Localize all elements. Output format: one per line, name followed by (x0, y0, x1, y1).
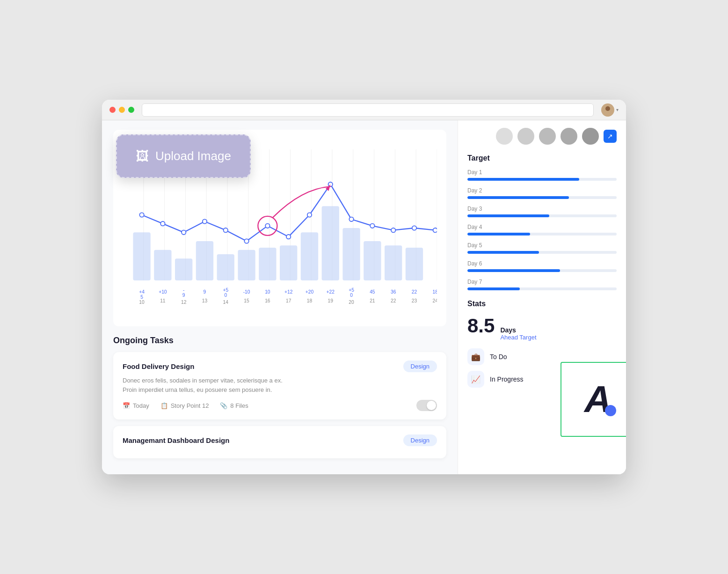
day-5-progress-bg (467, 251, 617, 254)
svg-text:10: 10 (265, 289, 270, 294)
svg-text:18: 18 (307, 298, 313, 303)
svg-point-42 (370, 224, 374, 228)
inprogress-icon-circle: 📈 (467, 371, 484, 388)
svg-rect-27 (342, 228, 360, 280)
task-card-2: Managemant Dashboard Design Design (113, 426, 446, 458)
svg-text:+22: +22 (327, 289, 335, 294)
task-badge-1[interactable]: Design (403, 361, 437, 372)
day-4-row: Day 4 (467, 224, 617, 235)
day-4-progress-fill (467, 233, 530, 235)
svg-text:17: 17 (286, 298, 291, 303)
upload-image-tooltip[interactable]: 🖼 Upload Image (116, 134, 251, 178)
svg-point-33 (182, 230, 186, 235)
stats-big-number: 8.5 Days Ahead Target (467, 315, 617, 341)
svg-text:22: 22 (412, 289, 417, 294)
svg-rect-29 (385, 245, 402, 280)
stats-info: Days Ahead Target (500, 326, 536, 341)
svg-rect-20 (196, 241, 213, 280)
day-1-label: Day 1 (467, 169, 617, 176)
svg-text:36: 36 (391, 289, 396, 294)
svg-point-45 (433, 228, 437, 232)
svg-rect-25 (301, 232, 318, 280)
day-7-row: Day 7 (467, 279, 617, 290)
svg-text:5: 5 (140, 294, 143, 300)
task-header-2: Managemant Dashboard Design Design (123, 434, 437, 446)
svg-text:0: 0 (224, 293, 227, 298)
svg-rect-18 (154, 250, 171, 280)
svg-text:9: 9 (204, 289, 206, 294)
svg-text:+12: +12 (284, 289, 293, 294)
user-menu[interactable]: ▾ (601, 103, 619, 117)
browser-window: ▾ 🖼 Upload Image (102, 100, 626, 474)
svg-text:24: 24 (433, 298, 437, 303)
day-2-progress-fill (467, 196, 569, 199)
avatar-4 (561, 128, 577, 145)
task-desc-1: Donec eros felis, sodales in semper vita… (123, 376, 437, 394)
day-3-progress-bg (467, 214, 617, 217)
svg-text:-10: -10 (243, 289, 250, 294)
files-icon: 📎 (220, 402, 227, 409)
svg-point-44 (412, 226, 416, 230)
svg-text:+5: +5 (223, 287, 228, 293)
task-badge-2[interactable]: Design (403, 434, 437, 446)
svg-rect-28 (364, 241, 381, 280)
todo-icon-circle: 💼 (467, 348, 484, 365)
minimize-button[interactable] (119, 107, 125, 113)
upload-image-icon: 🖼 (136, 148, 149, 164)
avatar-1 (496, 128, 513, 145)
close-button[interactable] (109, 107, 116, 113)
task-title-1: Food Delivery Design (123, 362, 194, 370)
svg-text:9: 9 (182, 293, 185, 298)
url-bar[interactable] (142, 103, 594, 117)
day-2-label: Day 2 (467, 187, 617, 194)
day-1-progress-bg (467, 178, 617, 181)
day-7-progress-bg (467, 287, 617, 290)
svg-text:20: 20 (349, 300, 354, 305)
user-avatar[interactable] (601, 103, 614, 117)
day-3-row: Day 3 (467, 206, 617, 217)
dashboard-content: 🖼 Upload Image (102, 120, 626, 474)
svg-point-36 (244, 239, 248, 243)
avatar-5 (582, 128, 599, 145)
svg-text:0: 0 (350, 293, 353, 298)
svg-rect-24 (280, 245, 297, 280)
chevron-down-icon: ▾ (616, 107, 619, 112)
task-card-1: Food Delivery Design Design Donec eros f… (113, 352, 446, 419)
svg-rect-30 (406, 248, 423, 280)
day-5-progress-fill (467, 251, 539, 254)
svg-text:45: 45 (370, 289, 375, 294)
navigate-icon[interactable]: ↗ (604, 130, 617, 143)
svg-text:16: 16 (265, 298, 270, 303)
svg-text:+5: +5 (349, 287, 354, 293)
watermark-overlay: ✓ A (561, 362, 626, 437)
task-title-2: Managemant Dashboard Design (123, 436, 229, 444)
story-icon: 📋 (160, 402, 168, 409)
task-toggle-1[interactable] (416, 400, 437, 411)
day-6-row: Day 6 (467, 260, 617, 272)
activity-icon: 📈 (471, 375, 480, 384)
day-1-row: Day 1 (467, 169, 617, 181)
svg-text:18: 18 (433, 289, 437, 294)
maximize-button[interactable] (128, 107, 134, 113)
svg-text:23: 23 (412, 298, 417, 303)
titlebar: ▾ (102, 100, 626, 120)
svg-point-35 (224, 228, 228, 232)
svg-rect-26 (322, 206, 339, 280)
day-6-progress-bg (467, 269, 617, 272)
task-header-1: Food Delivery Design Design (123, 361, 437, 372)
svg-point-0 (605, 106, 610, 111)
avatar-3 (539, 128, 556, 145)
svg-text:13: 13 (202, 298, 208, 303)
svg-rect-19 (175, 258, 192, 280)
day-7-label: Day 7 (467, 279, 617, 285)
svg-rect-22 (238, 250, 255, 280)
right-panel: ↗ Target Day 1 Day 2 Day (458, 120, 626, 474)
avatar-row: ↗ (467, 128, 617, 145)
svg-text:+10: +10 (159, 289, 167, 294)
ongoing-tasks-title: Ongoing Tasks (113, 336, 446, 346)
svg-rect-23 (259, 248, 276, 280)
day-2-progress-bg (467, 196, 617, 199)
svg-text:21: 21 (370, 298, 375, 303)
day-5-label: Day 5 (467, 242, 617, 249)
svg-text:15: 15 (244, 298, 249, 303)
